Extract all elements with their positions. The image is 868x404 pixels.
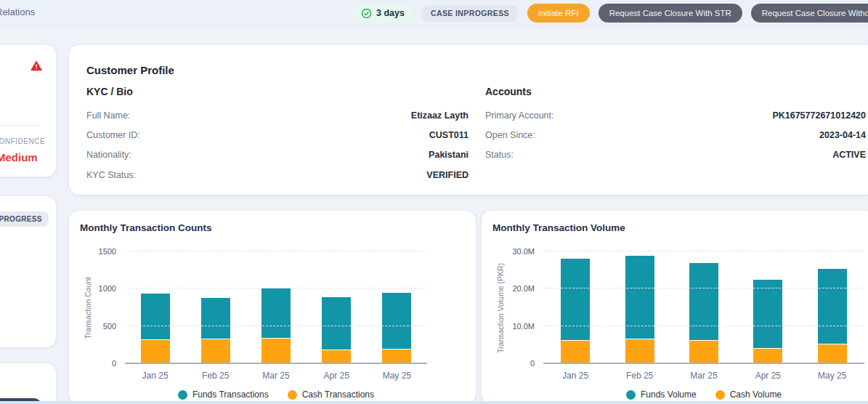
legend-item[interactable]: Funds Transactions (178, 389, 269, 400)
confidence-value: Medium (0, 151, 38, 163)
case-management-screen: Relations 3 days CASE INPROGRESS Initiat… (0, 0, 868, 404)
x-tick-label: Apr 25 (315, 371, 358, 381)
field-label: Open Since: (485, 130, 535, 140)
sla-days-label: 3 days (376, 8, 405, 18)
breadcrumb[interactable]: Relations (0, 7, 35, 17)
legend-label: Funds Volume (641, 389, 697, 400)
bar-may-25[interactable] (382, 293, 411, 363)
chart-title: Monthly Transaction Counts (80, 222, 212, 233)
bar-segment (261, 288, 291, 338)
request-closure-with-str-button[interactable]: Request Case Closure With STR (599, 4, 742, 23)
bar-segment (689, 341, 718, 363)
case-status-pill: CASE INPROGRESS (421, 5, 519, 22)
legend-dot-icon (288, 390, 297, 400)
x-tick-label: Feb 25 (618, 371, 662, 381)
bar-segment (689, 263, 718, 340)
chart-title: Monthly Transaction Volume (492, 222, 625, 233)
monthly-transaction-counts-card: Monthly Transaction Counts Transaction C… (69, 211, 476, 404)
bar-segment (625, 339, 654, 363)
y-tick-label: 30.0M (501, 247, 535, 256)
progress-status-badge: INPROGRESS (0, 211, 49, 227)
bar-segment (201, 339, 230, 363)
bar-feb-25[interactable] (625, 256, 654, 363)
initiate-rfi-button[interactable]: Initiate RFI (527, 4, 590, 23)
customer-profile-title: Customer Profile (86, 64, 174, 76)
bar-segment (382, 293, 411, 348)
legend-item[interactable]: Funds Volume (626, 389, 697, 400)
bar-segment (141, 340, 170, 363)
gridline (543, 326, 864, 326)
field-label: Full Name: (86, 110, 130, 121)
x-tick-label: Mar 25 (682, 371, 726, 381)
x-tick-label: Apr 25 (746, 371, 790, 381)
profile-row: Open Since:2023-04-14 (485, 125, 866, 145)
sidebar-divider (0, 125, 40, 126)
field-value: PK1675772671012420 (772, 110, 866, 121)
bar-segment (561, 259, 590, 340)
bar-segment (322, 350, 351, 363)
legend-label: Cash Transactions (302, 389, 374, 400)
field-label: KYC Status: (86, 170, 136, 180)
profile-row: Customer ID:CUST011 (86, 125, 469, 145)
x-tick-label: Jan 25 (553, 371, 597, 381)
field-label: Customer ID: (86, 130, 140, 140)
chart-legend: Funds TransactionsCash Transactions (125, 389, 427, 400)
accounts-heading: Accounts (485, 86, 866, 97)
legend-label: Cash Volume (730, 389, 782, 400)
sla-days-badge: 3 days (353, 4, 413, 23)
legend-item[interactable]: Cash Transactions (288, 389, 374, 400)
request-closure-without-str-button[interactable]: Request Case Closure Without STR (751, 4, 868, 23)
bar-segment (261, 339, 291, 363)
plot-area: 050010001500 (125, 252, 427, 364)
topbar-actions: 3 days CASE INPROGRESS Initiate RFI Requ… (353, 0, 868, 26)
x-tick-label: Feb 25 (194, 371, 238, 381)
bottom-edge-strip (0, 401, 868, 404)
y-tick-label: 0 (501, 359, 535, 368)
customer-profile-card: Customer Profile KYC / Bio Full Name:Eti… (69, 45, 868, 195)
y-axis-title: Transaction Volume (PKR) (496, 252, 505, 364)
kyc-bio-section: KYC / Bio Full Name:Etizaaz LaythCustome… (86, 86, 469, 185)
y-tick-label: 500 (83, 322, 116, 331)
field-value: ACTIVE (832, 150, 866, 160)
legend-item[interactable]: Cash Volume (715, 389, 782, 400)
kyc-bio-heading: KYC / Bio (86, 86, 469, 97)
y-tick-label: 20.0M (501, 284, 535, 293)
bar-segment (753, 349, 782, 363)
field-label: Nationality: (86, 150, 131, 160)
gridline (125, 288, 427, 288)
plot-area: 010.0M20.0M30.0M (543, 252, 864, 364)
field-value: VERIFIED (426, 170, 469, 180)
profile-row: Status:ACTIVE (485, 145, 866, 165)
legend-label: Funds Transactions (192, 389, 269, 400)
warning-triangle-icon (31, 60, 42, 71)
check-circle-icon (361, 8, 372, 19)
legend-dot-icon (178, 390, 187, 400)
bar-segment (753, 280, 782, 348)
profile-row: KYC Status:VERIFIED (86, 165, 469, 185)
bar-apr-25[interactable] (753, 280, 782, 363)
kyc-rows: Full Name:Etizaaz LaythCustomer ID:CUST0… (86, 105, 469, 185)
y-axis-title: Transaction Count (84, 252, 92, 364)
monthly-transaction-volume-card: Monthly Transaction Volume Transaction V… (482, 211, 868, 404)
bar-mar-25[interactable] (689, 263, 718, 363)
field-value: 2023-04-14 (819, 130, 866, 140)
field-value: Pakistani (429, 150, 469, 160)
x-axis-labels: Jan 25Feb 25Mar 25Apr 25May 25 (543, 371, 864, 381)
bar-jan-25[interactable] (141, 294, 170, 363)
bar-segment (561, 341, 590, 363)
bar-apr-25[interactable] (322, 297, 351, 363)
chart-legend: Funds VolumeCash Volume (543, 389, 864, 400)
bar-segment (201, 298, 230, 339)
bar-segment (382, 350, 411, 363)
bar-feb-25[interactable] (201, 298, 230, 363)
bar-segment (141, 294, 170, 339)
bar-may-25[interactable] (818, 269, 847, 363)
confidence-label: CONFIDENCE (0, 137, 45, 145)
legend-dot-icon (715, 390, 725, 400)
bar-jan-25[interactable] (561, 259, 590, 363)
x-tick-label: Mar 25 (254, 371, 298, 381)
x-tick-label: May 25 (375, 371, 418, 381)
profile-row: Nationality:Pakistani (86, 145, 469, 165)
gridline (543, 251, 864, 251)
y-tick-label: 0 (83, 359, 116, 368)
